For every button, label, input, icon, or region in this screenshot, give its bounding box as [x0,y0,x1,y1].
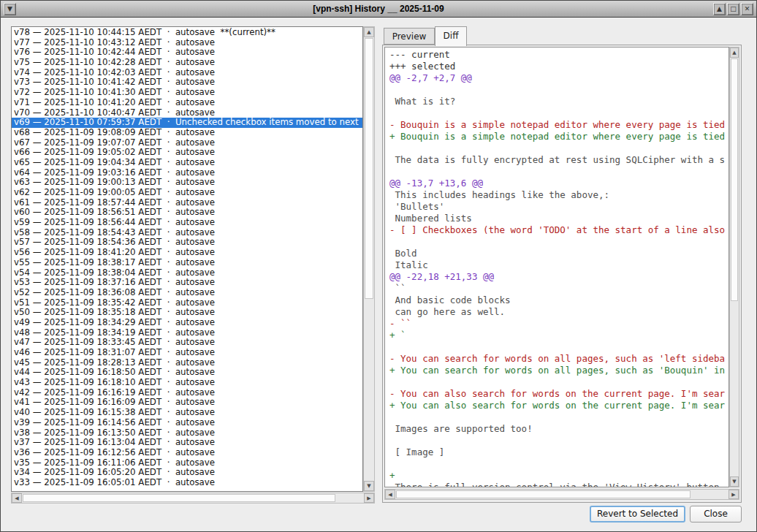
list-item[interactable]: v33 — 2025-11-09 16:05:01 AEDT · autosav… [14,478,362,488]
list-item[interactable]: v43 — 2025-11-09 16:18:10 AEDT · autosav… [14,378,362,388]
scroll-right-icon[interactable]: ▶ [729,490,739,499]
diff-line [389,341,729,353]
list-item[interactable]: v47 — 2025-11-09 18:33:45 AEDT · autosav… [14,338,362,348]
list-item[interactable]: v44 — 2025-11-09 16:18:50 AEDT · autosav… [14,368,362,378]
list-item[interactable]: v46 — 2025-11-09 18:31:07 AEDT · autosav… [14,348,362,358]
list-item[interactable]: v76 — 2025-11-10 10:42:44 AEDT · autosav… [14,48,362,58]
close-button[interactable]: Close [690,506,742,522]
list-item[interactable]: v73 — 2025-11-10 10:41:42 AEDT · autosav… [14,77,362,88]
scroll-left-icon[interactable]: ◀ [385,490,395,499]
list-item[interactable]: v53 — 2025-11-09 18:37:16 AEDT · autosav… [14,278,362,288]
list-item[interactable]: v75 — 2025-11-10 10:42:28 AEDT · autosav… [14,58,362,68]
list-item[interactable]: v64 — 2025-11-09 19:03:16 AEDT · autosav… [14,168,362,178]
list-item[interactable]: v66 — 2025-11-09 19:05:02 AEDT · autosav… [14,148,362,158]
diff-line: - [ ] Checkboxes (the word 'TODO' at the… [389,224,729,236]
diff-text[interactable]: --- current+++ selected@@ -2,7 +2,7 @@ W… [384,47,729,487]
list-item[interactable]: v41 — 2025-11-09 16:16:09 AEDT · autosav… [14,398,362,408]
list-item[interactable]: v35 — 2025-11-09 16:11:06 AEDT · autosav… [14,458,362,468]
diff-line: The data is fully encrypted at rest usin… [389,154,729,166]
diff-line: + ` [389,330,729,341]
diff-line: Numbered lists [389,213,729,224]
diff-line: This includes headings like the above,: [389,189,729,201]
history-window: [vpn-ssh] History __ 2025-11-09 ▼ ▲ □ ✕ … [0,0,757,532]
diff-line [389,376,729,388]
list-item[interactable]: v54 — 2025-11-09 18:38:04 AEDT · autosav… [14,268,362,278]
diff-line: @@ -22,18 +21,33 @@ [389,271,729,283]
list-item[interactable]: v61 — 2025-11-09 18:57:44 AEDT · autosav… [14,198,362,208]
list-item[interactable]: v42 — 2025-11-09 16:16:19 AEDT · autosav… [14,388,362,398]
list-item[interactable]: v60 — 2025-11-09 18:56:51 AEDT · autosav… [14,208,362,218]
list-item[interactable]: v72 — 2025-11-10 10:41:30 AEDT · autosav… [14,88,362,98]
scroll-up-icon[interactable]: ▲ [364,27,374,37]
list-item[interactable]: v68 — 2025-11-09 19:08:09 AEDT · autosav… [14,128,362,138]
window-title: [vpn-ssh] History __ 2025-11-09 [1,1,756,18]
scrollbar-thumb[interactable] [365,38,373,299]
diff-hscrollbar[interactable]: ◀ ▶ [384,489,739,500]
scroll-down-icon[interactable]: ▼ [730,476,739,487]
list-item[interactable]: v40 — 2025-11-09 16:15:38 AEDT · autosav… [14,408,362,418]
diff-line: @@ -13,7 +13,6 @@ [389,178,729,189]
list-item[interactable]: v56 — 2025-11-09 18:41:20 AEDT · autosav… [14,248,362,258]
list-item[interactable]: v71 — 2025-11-10 10:41:20 AEDT · autosav… [14,98,362,108]
list-item[interactable]: v39 — 2025-11-09 16:14:56 AEDT · autosav… [14,418,362,428]
diff-line [389,435,729,446]
list-item[interactable]: v67 — 2025-11-09 19:07:07 AEDT · autosav… [14,138,362,148]
scrollbar-thumb[interactable] [396,490,691,498]
scroll-left-icon[interactable]: ◀ [12,493,22,503]
list-item[interactable]: v36 — 2025-11-09 16:12:56 AEDT · autosav… [14,448,362,458]
diff-line: [ Image ] [389,446,729,458]
list-item[interactable]: v74 — 2025-11-10 10:42:03 AEDT · autosav… [14,68,362,78]
list-item[interactable]: v69 — 2025-11-10 07:59:37 AEDT · Uncheck… [12,118,362,128]
diff-line: --- current [389,49,729,61]
list-item[interactable]: v51 — 2025-11-09 18:35:42 AEDT · autosav… [14,298,362,308]
shade-icon[interactable]: ▲ [713,3,726,15]
history-list-hscrollbar[interactable]: ◀ ▶ [11,493,375,503]
diff-vscrollbar[interactable]: ▲ ▼ [729,47,739,487]
list-item[interactable]: v62 — 2025-11-09 19:00:05 AEDT · autosav… [14,188,362,198]
diff-line: + Bouquin is a simple notepad editor whe… [389,131,729,142]
history-list[interactable]: v78 — 2025-11-10 10:44:15 AEDT · autosav… [11,26,363,492]
list-item[interactable]: v49 — 2025-11-09 18:34:29 AEDT · autosav… [14,318,362,328]
list-item[interactable]: v48 — 2025-11-09 18:34:19 AEDT · autosav… [14,328,362,338]
list-item[interactable]: v52 — 2025-11-09 18:36:08 AEDT · autosav… [14,288,362,298]
diff-line: There is full version control via the 'V… [389,482,729,487]
diff-line: + [389,470,729,482]
list-item[interactable]: v34 — 2025-11-09 16:05:20 AEDT · autosav… [14,468,362,478]
list-item[interactable]: v57 — 2025-11-09 18:54:36 AEDT · autosav… [14,238,362,248]
diff-line: - You can also search for words on the c… [389,388,729,400]
maximize-icon[interactable]: □ [727,3,739,15]
list-item[interactable]: v38 — 2025-11-09 16:13:50 AEDT · autosav… [14,428,362,438]
tab-preview[interactable]: Preview [384,28,435,45]
diff-line: Images are supported too! [389,423,729,435]
list-item[interactable]: v37 — 2025-11-09 16:13:04 AEDT · autosav… [14,438,362,448]
close-icon[interactable]: ✕ [741,3,753,15]
scrollbar-thumb[interactable] [731,58,738,301]
tab-diff[interactable]: Diff [435,26,467,46]
history-list-vscrollbar[interactable]: ▲ ▼ [363,26,375,492]
scroll-right-icon[interactable]: ▶ [364,493,374,503]
list-item[interactable]: v55 — 2025-11-09 18:38:17 AEDT · autosav… [14,258,362,268]
diff-line [389,411,729,423]
diff-line: - `` [389,318,729,330]
scrollbar-thumb[interactable] [23,494,335,502]
list-item[interactable]: v59 — 2025-11-09 18:56:44 AEDT · autosav… [14,218,362,228]
list-item[interactable]: v50 — 2025-11-09 18:35:18 AEDT · autosav… [14,308,362,318]
list-item[interactable]: v78 — 2025-11-10 10:44:15 AEDT · autosav… [14,28,362,38]
diff-line: + You can search for words on all pages,… [389,365,729,376]
revert-to-selected-button[interactable]: Revert to Selected [590,506,685,522]
diff-line: Italic [389,259,729,271]
diff-line [389,107,729,119]
list-item[interactable]: v45 — 2025-11-09 18:28:13 AEDT · autosav… [14,358,362,368]
scroll-down-icon[interactable]: ▼ [364,481,374,491]
window-menu-icon[interactable]: ▼ [4,3,16,15]
diff-line: Bold [389,248,729,259]
list-item[interactable]: v77 — 2025-11-10 10:43:12 AEDT · autosav… [14,38,362,48]
diff-line: @@ -2,7 +2,7 @@ [389,72,729,84]
list-item[interactable]: v63 — 2025-11-09 19:00:13 AEDT · autosav… [14,178,362,188]
list-item[interactable]: v70 — 2025-11-10 10:40:47 AEDT · autosav… [14,108,362,118]
diff-line [389,236,729,248]
list-item[interactable]: v58 — 2025-11-09 18:54:43 AEDT · autosav… [14,228,362,238]
scroll-up-icon[interactable]: ▲ [730,48,739,58]
diff-line: 'Bullets' [389,201,729,213]
list-item[interactable]: v65 — 2025-11-09 19:04:34 AEDT · autosav… [14,158,362,168]
